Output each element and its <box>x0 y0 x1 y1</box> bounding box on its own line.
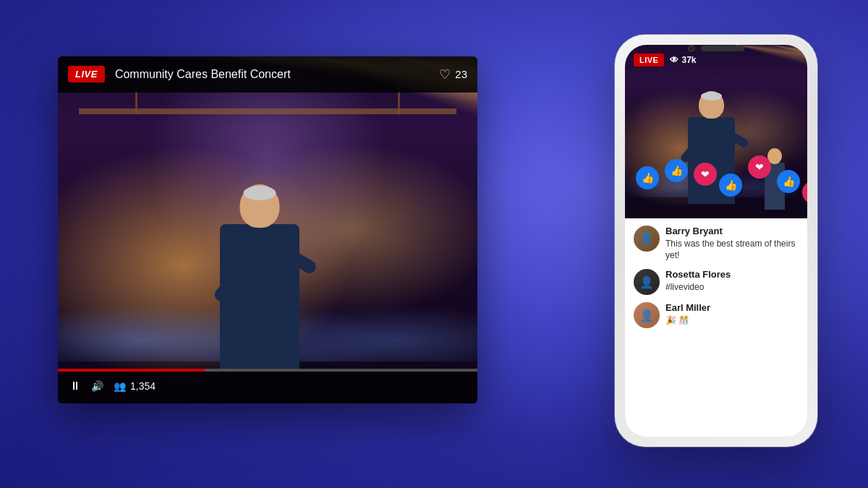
phone-comments-section: 👤 Barry Bryant This was the best stream … <box>625 218 807 343</box>
performer-silhouette <box>180 137 339 369</box>
video-player: LIVE Community Cares Benefit Concert ♡ 2… <box>58 56 477 403</box>
video-content: LIVE Community Cares Benefit Concert ♡ 2… <box>58 56 477 403</box>
comment-text-barry: This was the best stream of theirs yet! <box>665 238 799 262</box>
phone-viewer-count: 👁 37k <box>670 55 696 65</box>
stage-truss <box>79 108 456 114</box>
comment-item-barry: 👤 Barry Bryant This was the best stream … <box>634 226 799 262</box>
heart-count-value: 23 <box>455 68 467 80</box>
phone-top-notch <box>665 45 767 52</box>
phone-video-area: LIVE 👁 37k 👍 👍 ❤ 👍 ❤ 👍 <box>625 45 807 218</box>
video-top-bar: LIVE Community Cares Benefit Concert ♡ 2… <box>58 56 477 93</box>
avatar-rosetta: 👤 <box>634 269 660 295</box>
comment-item-earl: 👤 Earl Miller 🎉 🎊 <box>634 302 799 328</box>
phone-performer2-head <box>767 148 782 164</box>
phone-performer-head <box>699 91 724 119</box>
comment-item-rosetta: 👤 Rosetta Flores #livevideo <box>634 269 799 295</box>
comment-text-rosetta: #livevideo <box>665 281 799 294</box>
phone-camera <box>688 45 695 52</box>
heart-icon: ♡ <box>439 67 451 82</box>
phone-eye-icon: 👁 <box>670 55 678 65</box>
phone-live-badge: LIVE <box>634 53 664 67</box>
video-title: Community Cares Benefit Concert <box>115 68 429 81</box>
pause-button[interactable]: ⏸ <box>69 380 81 393</box>
comment-name-earl: Earl Miller <box>665 302 799 313</box>
viewer-count-value: 1,354 <box>130 380 156 392</box>
viewers-icon: 👥 <box>114 380 126 392</box>
progress-bar-container <box>58 369 477 372</box>
performer-head <box>240 184 280 228</box>
progress-bar-fill <box>58 369 205 372</box>
volume-button[interactable]: 🔊 <box>91 380 103 392</box>
phone-performer <box>665 67 759 204</box>
video-controls-bar: ⏸ 🔊 👥 1,354 <box>58 369 477 403</box>
comment-text-earl: 🎉 🎊 <box>665 314 799 327</box>
heart-count-group: ♡ 23 <box>439 67 467 82</box>
comment-wrap-rosetta: Rosetta Flores #livevideo <box>665 269 799 294</box>
phone-outer-shell: LIVE 👁 37k 👍 👍 ❤ 👍 ❤ 👍 <box>615 35 817 447</box>
phone-performer2-body <box>765 163 785 210</box>
phone-speaker <box>701 46 744 51</box>
avatar-earl: 👤 <box>634 302 660 328</box>
live-badge: LIVE <box>68 66 105 82</box>
comment-name-rosetta: Rosetta Flores <box>665 269 799 280</box>
viewer-count-group: 👥 1,354 <box>114 380 156 392</box>
avatar-barry: 👤 <box>634 226 660 252</box>
comment-wrap-earl: Earl Miller 🎉 🎊 <box>665 302 799 327</box>
comment-wrap-barry: Barry Bryant This was the best stream of… <box>665 226 799 262</box>
phone-live-overlay: LIVE 👁 37k <box>634 53 696 67</box>
phone-performer2 <box>757 137 793 210</box>
phone-performer-body <box>688 117 735 204</box>
phone-viewer-count-value: 37k <box>681 55 696 65</box>
phone-mockup: LIVE 👁 37k 👍 👍 ❤ 👍 ❤ 👍 <box>615 35 817 447</box>
comment-name-barry: Barry Bryant <box>665 226 799 236</box>
main-scene: LIVE Community Cares Benefit Concert ♡ 2… <box>36 27 832 461</box>
performer-body <box>220 224 299 369</box>
phone-screen: LIVE 👁 37k 👍 👍 ❤ 👍 ❤ 👍 <box>625 45 807 437</box>
